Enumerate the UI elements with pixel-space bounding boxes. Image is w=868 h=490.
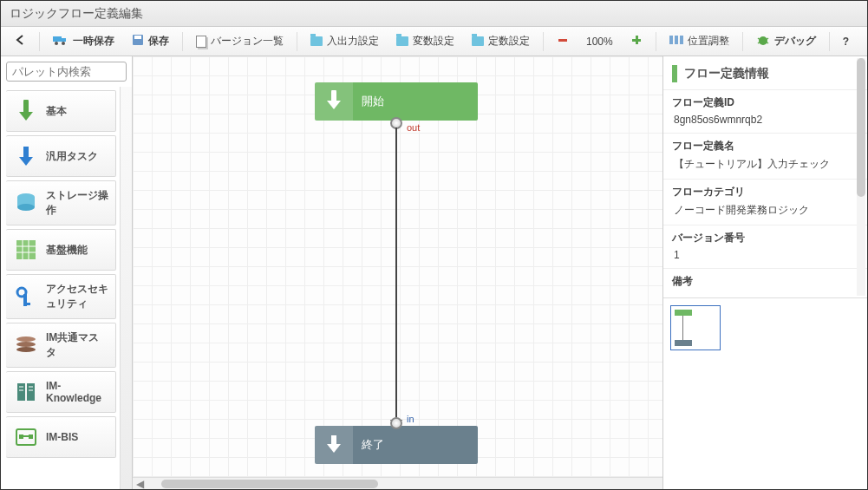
end-node-label: 終了	[353, 437, 384, 453]
arrow-down-icon	[13, 98, 39, 124]
canvas-h-scrollbar[interactable]: ◀	[133, 477, 662, 489]
start-node-label: 開始	[353, 94, 384, 109]
flow-name-label: フロー定義名	[663, 133, 867, 155]
align-icon	[669, 34, 683, 49]
temp-save-button[interactable]: 一時保存	[45, 29, 122, 53]
document-icon	[196, 36, 206, 48]
save-button[interactable]: 保存	[124, 29, 177, 53]
svg-rect-9	[669, 36, 673, 44]
debug-label: デバッグ	[774, 34, 816, 49]
const-settings-button[interactable]: 定数設定	[464, 29, 538, 53]
palette-item-label: 基盤機能	[46, 243, 88, 258]
arrow-left-icon	[14, 34, 26, 49]
var-settings-button[interactable]: 変数設定	[388, 29, 462, 53]
svg-rect-23	[16, 240, 36, 259]
app-title: ロジックフロー定義編集	[10, 6, 143, 22]
scrollbar-thumb[interactable]	[161, 480, 378, 488]
save-icon	[132, 34, 144, 49]
truck-icon	[53, 35, 69, 48]
palette-item-label: 汎用タスク	[46, 149, 98, 164]
minimap[interactable]	[670, 305, 721, 350]
palette-search-input[interactable]	[6, 62, 127, 82]
separator	[182, 32, 183, 51]
info-v-scrollbar[interactable]	[857, 58, 865, 296]
version-label: バージョン番号	[663, 225, 867, 247]
arrow-down-blue-icon	[13, 143, 39, 169]
palette-item-im-bis[interactable]: IM-BIS	[6, 416, 116, 458]
version-list-button[interactable]: バージョン一覧	[188, 29, 291, 53]
key-icon	[13, 284, 39, 310]
properties-panel: フロー定義情報 フロー定義ID 8gn85os6wmnrqb2 フロー定義名 【…	[662, 56, 867, 489]
palette-item-security[interactable]: アクセスセキュリティ	[6, 274, 116, 319]
accent-bar	[672, 65, 677, 82]
separator	[543, 32, 544, 51]
version-list-label: バージョン一覧	[211, 34, 284, 49]
palette-scrollbar[interactable]	[120, 87, 132, 489]
bug-icon	[756, 34, 770, 49]
minimap-start-node	[675, 310, 692, 316]
io-settings-button[interactable]: 入出力設定	[303, 29, 387, 53]
zoom-in-button[interactable]	[623, 29, 650, 53]
svg-rect-34	[17, 383, 25, 401]
temp-save-label: 一時保存	[73, 34, 114, 49]
flow-canvas[interactable]: 開始 out 終了 in ◀	[133, 56, 662, 489]
save-label: 保存	[148, 34, 169, 49]
info-section: フロー定義情報 フロー定義ID 8gn85os6wmnrqb2 フロー定義名 【…	[663, 56, 867, 297]
flow-name-value: 【チュートリアル】入力チェック	[663, 155, 867, 179]
debug-button[interactable]: デバッグ	[748, 29, 824, 53]
svg-rect-10	[675, 36, 678, 44]
zoom-value[interactable]: 100%	[578, 31, 621, 52]
note-label: 備考	[663, 268, 867, 291]
arrow-down-icon	[315, 82, 353, 121]
minimap-end-node	[675, 340, 692, 346]
separator	[829, 32, 830, 51]
align-button[interactable]: 位置調整	[662, 29, 737, 53]
svg-point-2	[55, 42, 58, 45]
toolbar: 一時保存 保存 バージョン一覧 入出力設定 変数設定 定数設定 100%	[1, 27, 867, 56]
svg-rect-30	[23, 303, 30, 305]
connection-line[interactable]	[395, 127, 397, 422]
in-port[interactable]	[390, 417, 402, 429]
svg-rect-42	[29, 434, 33, 439]
svg-point-22	[17, 204, 35, 211]
palette-item-label: IM共通マスタ	[46, 330, 108, 360]
palette-list: 基本 汎用タスク ストレージ操作	[1, 87, 132, 489]
back-button[interactable]	[6, 29, 34, 53]
palette-item-label: IM-BIS	[46, 431, 78, 443]
separator	[656, 32, 656, 51]
chevron-left-icon[interactable]: ◀	[133, 478, 147, 490]
palette-item-storage[interactable]: ストレージ操作	[6, 180, 116, 225]
help-button[interactable]: ?	[835, 31, 857, 52]
svg-point-12	[759, 36, 767, 45]
palette-item-generic-task[interactable]: 汎用タスク	[6, 135, 116, 177]
palette-item-base-function[interactable]: 基盤機能	[6, 229, 116, 271]
palette-item-im-knowledge[interactable]: IM-Knowledge	[6, 371, 116, 413]
svg-point-3	[62, 42, 65, 45]
svg-rect-1	[62, 38, 66, 42]
svg-rect-0	[53, 36, 62, 42]
svg-rect-6	[558, 39, 567, 42]
stack-icon	[13, 332, 39, 358]
version-value: 1	[663, 247, 867, 268]
separator	[297, 32, 297, 51]
palette-item-basic[interactable]: 基本	[6, 90, 116, 132]
palette-item-label: IM-Knowledge	[46, 380, 108, 404]
main: 基本 汎用タスク ストレージ操作	[1, 56, 867, 489]
minimap-section	[663, 297, 867, 489]
plus-icon	[630, 34, 643, 49]
database-icon	[13, 190, 39, 216]
svg-rect-19	[23, 147, 29, 157]
svg-rect-35	[27, 383, 35, 401]
info-header: フロー定義情報	[663, 56, 867, 89]
folder-icon	[310, 36, 323, 46]
flow-category-value: ノーコード開発業務ロジック	[663, 201, 867, 225]
palette-item-im-master[interactable]: IM共通マスタ	[6, 323, 116, 368]
start-node[interactable]: 開始 out	[315, 82, 478, 121]
scrollbar-thumb[interactable]	[857, 58, 865, 197]
zoom-out-button[interactable]	[549, 29, 577, 53]
svg-rect-11	[680, 36, 683, 44]
align-label: 位置調整	[688, 34, 729, 49]
const-settings-label: 定数設定	[488, 34, 530, 49]
end-node[interactable]: 終了 in	[315, 426, 478, 464]
svg-point-31	[16, 336, 36, 342]
